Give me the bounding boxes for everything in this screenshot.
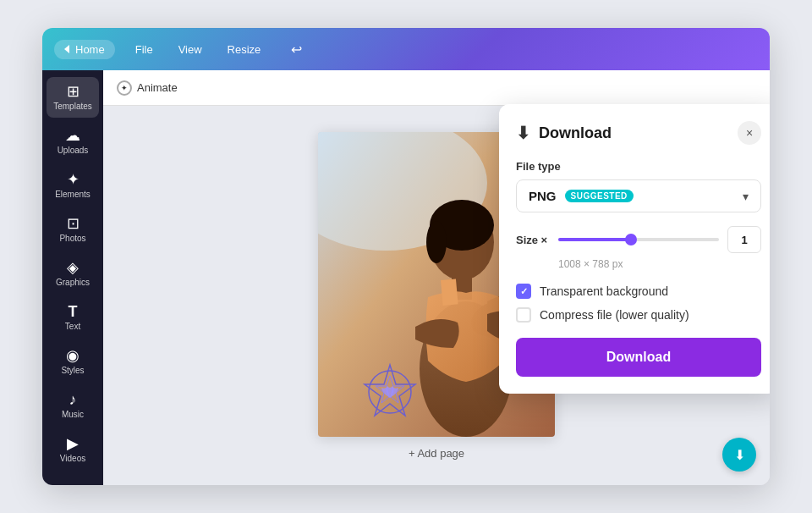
svg-rect-8 [441,279,458,305]
view-button[interactable]: View [173,40,207,59]
add-page-button[interactable]: + Add page [409,447,464,460]
sidebar-item-graphics[interactable]: ◈ Graphics [47,253,99,294]
download-fab-icon: ⬇ [734,447,745,463]
music-icon: ♪ [69,392,77,407]
panel-title-label: Download [539,124,612,142]
undo-button[interactable]: ↩ [286,38,307,61]
file-button[interactable]: File [130,40,158,59]
sidebar-item-templates[interactable]: ⊞ Templates [47,77,99,118]
size-value-input[interactable] [727,226,761,253]
file-type-left: PNG SUGGESTED [529,189,634,203]
resize-label: Resize [228,43,261,56]
main-area: ⊞ Templates ☁ Uploads ✦ Elements ⊡ Photo… [42,70,770,485]
sidebar-item-styles[interactable]: ◉ Styles [47,341,99,382]
animate-icon: ✦ [117,80,132,96]
download-fab-button[interactable]: ⬇ [722,438,756,472]
download-panel: ⬇ Download × File type PNG SUGGESTED ▾ [499,104,770,394]
text-icon: T [69,304,78,319]
home-label: Home [75,43,105,56]
panel-title: ⬇ Download [516,123,612,143]
styles-icon: ◉ [66,348,80,363]
transparent-bg-label: Transparent background [540,284,668,298]
sidebar-label-elements: Elements [55,190,91,199]
sidebar-label-templates: Templates [53,102,92,111]
top-bar: Home File View Resize ↩ [42,28,770,70]
chevron-left-icon [64,45,69,53]
file-type-value: PNG [529,189,557,203]
sidebar-label-videos: Videos [60,454,85,463]
uploads-icon: ☁ [65,128,80,143]
sidebar-item-elements[interactable]: ✦ Elements [47,165,99,206]
videos-icon: ▶ [67,436,79,451]
suggested-badge: SUGGESTED [565,190,634,202]
sidebar-label-graphics: Graphics [56,278,90,287]
chevron-down-icon: ▾ [743,190,749,203]
sidebar-item-music[interactable]: ♪ Music [47,385,99,426]
compress-row: Compress file (lower quality) [516,307,761,323]
canvas-area: ✦ Animate [103,70,770,485]
sidebar-item-uploads[interactable]: ☁ Uploads [47,121,99,162]
sidebar: ⊞ Templates ☁ Uploads ✦ Elements ⊡ Photo… [42,70,103,485]
app-container: Home File View Resize ↩ ⊞ Templates ☁ Up… [42,28,770,485]
transparent-bg-checkbox[interactable] [516,284,531,299]
size-row: Size × [516,226,761,253]
panel-close-button[interactable]: × [738,121,761,145]
size-slider-fill [558,238,631,241]
templates-icon: ⊞ [67,84,80,99]
sidebar-label-music: Music [62,410,84,419]
elements-icon: ✦ [67,172,80,187]
transparent-bg-row: Transparent background [516,284,761,299]
download-button[interactable]: Download [516,338,761,377]
file-type-label: File type [516,160,761,173]
size-label: Size × [516,234,550,246]
file-label: File [135,43,153,56]
size-dimensions: 1008 × 788 px [516,258,761,270]
add-page-label: + Add page [409,447,464,460]
file-type-select[interactable]: PNG SUGGESTED ▾ [516,179,761,212]
sidebar-label-styles: Styles [61,366,84,375]
sidebar-label-uploads: Uploads [58,146,89,155]
download-header-icon: ⬇ [516,123,530,143]
size-slider-thumb [625,234,637,245]
svg-point-6 [426,221,447,263]
graphics-icon: ◈ [67,260,79,275]
close-icon: × [746,126,753,140]
compress-label: Compress file (lower quality) [540,308,689,322]
compress-checkbox[interactable] [516,307,531,323]
resize-button[interactable]: Resize [222,40,266,59]
canvas-toolbar: ✦ Animate [103,70,770,106]
animate-label: Animate [137,81,178,94]
photos-icon: ⊡ [67,216,80,231]
size-slider-track[interactable] [558,238,719,241]
panel-header: ⬇ Download × [516,121,761,145]
sidebar-label-text: Text [65,322,80,331]
sidebar-label-photos: Photos [59,234,85,243]
view-label: View [178,43,202,56]
sidebar-item-videos[interactable]: ▶ Videos [47,429,99,470]
home-button[interactable]: Home [54,40,115,59]
sidebar-item-text[interactable]: T Text [47,297,99,338]
animate-button[interactable]: ✦ Animate [117,80,178,96]
sidebar-item-photos[interactable]: ⊡ Photos [47,209,99,250]
